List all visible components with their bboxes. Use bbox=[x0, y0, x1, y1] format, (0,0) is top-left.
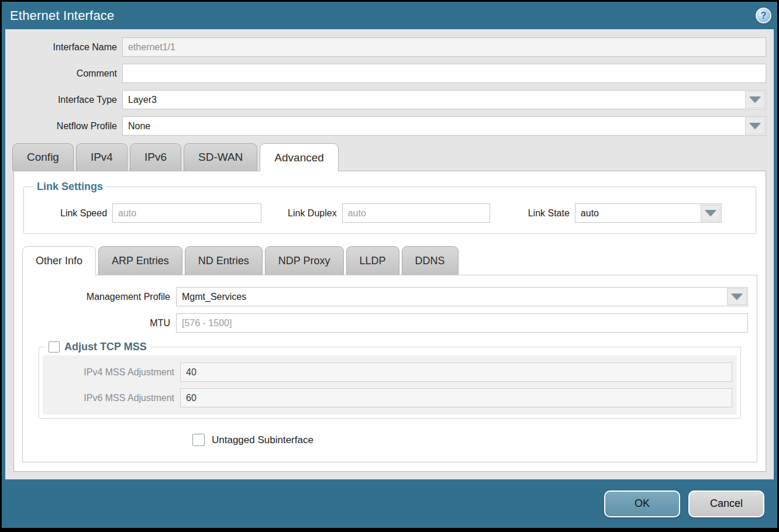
dialog-body: Interface Name Comment Interface Type bbox=[5, 29, 774, 479]
mtu-input[interactable] bbox=[176, 313, 748, 333]
chevron-down-icon bbox=[749, 96, 761, 103]
interface-type-label: Interface Type bbox=[5, 95, 122, 105]
tab-ipv4-label: IPv4 bbox=[91, 151, 113, 164]
subtab-arp-entries-label: ARP Entries bbox=[112, 255, 169, 267]
management-profile-dropdown[interactable] bbox=[176, 287, 748, 306]
untagged-subinterface-checkbox[interactable] bbox=[192, 434, 205, 446]
netflow-profile-row: Netflow Profile bbox=[5, 116, 766, 136]
main-tab-bar: Config IPv4 IPv6 SD-WAN Advanced bbox=[5, 143, 774, 171]
other-info-panel: Management Profile MTU bbox=[22, 275, 757, 462]
tab-advanced[interactable]: Advanced bbox=[260, 143, 339, 171]
comment-input[interactable] bbox=[122, 64, 766, 83]
ipv6-mss-field-wrap bbox=[180, 388, 732, 407]
tab-sdwan-label: SD-WAN bbox=[198, 151, 243, 164]
link-speed-group: Link Speed bbox=[60, 203, 261, 223]
interface-name-field-wrap bbox=[122, 37, 766, 57]
management-profile-row: Management Profile bbox=[23, 287, 748, 306]
untagged-subinterface-row: Untagged Subinterface bbox=[192, 434, 748, 446]
interface-name-label: Interface Name bbox=[5, 42, 122, 53]
link-settings-legend: Link Settings bbox=[33, 181, 106, 193]
mtu-row: MTU bbox=[23, 313, 748, 333]
subtab-ndp-proxy-label: NDP Proxy bbox=[278, 255, 330, 267]
tab-ipv6-label: IPv6 bbox=[144, 151, 167, 164]
link-state-value[interactable] bbox=[575, 203, 722, 223]
tab-config[interactable]: Config bbox=[12, 143, 74, 171]
interface-type-row: Interface Type bbox=[5, 90, 766, 109]
ipv4-mss-label: IPv4 MSS Adjustment bbox=[43, 367, 180, 378]
help-question-glyph: ? bbox=[761, 11, 767, 20]
adjust-tcp-mss-fieldset: Adjust TCP MSS IPv4 MSS Adjustment IPv6 … bbox=[39, 341, 741, 419]
netflow-profile-label: Netflow Profile bbox=[5, 121, 122, 132]
subtab-other-info[interactable]: Other Info bbox=[22, 246, 96, 275]
screenshot-frame: Ethernet Interface ? Interface Name Comm… bbox=[0, 0, 779, 532]
link-state-dropdown-button[interactable] bbox=[701, 205, 721, 222]
link-duplex-field-wrap bbox=[342, 203, 490, 223]
interface-name-input bbox=[122, 37, 766, 57]
subtab-other-info-label: Other Info bbox=[36, 255, 82, 267]
netflow-profile-dropdown[interactable] bbox=[122, 116, 766, 136]
subtab-ddns-label: DDNS bbox=[415, 255, 445, 267]
ipv4-mss-field-wrap bbox=[180, 362, 732, 382]
link-duplex-group: Link Duplex bbox=[288, 203, 490, 223]
ipv6-mss-input bbox=[180, 388, 732, 407]
adjust-tcp-mss-checkbox[interactable] bbox=[49, 341, 60, 353]
link-settings-fieldset: Link Settings Link Speed Link Duplex bbox=[23, 181, 756, 234]
mtu-label: MTU bbox=[23, 318, 176, 329]
ipv4-mss-input bbox=[180, 362, 732, 382]
management-profile-value[interactable] bbox=[176, 287, 748, 306]
cancel-button[interactable]: Cancel bbox=[688, 490, 764, 517]
link-speed-input[interactable] bbox=[112, 203, 261, 223]
management-profile-dropdown-button[interactable] bbox=[727, 288, 747, 305]
link-speed-label: Link Speed bbox=[60, 208, 112, 219]
comment-label: Comment bbox=[5, 68, 122, 79]
link-duplex-label: Link Duplex bbox=[288, 208, 342, 219]
interface-type-dropdown[interactable] bbox=[122, 90, 766, 109]
subtab-lldp[interactable]: LLDP bbox=[346, 246, 399, 275]
untagged-subinterface-label: Untagged Subinterface bbox=[212, 434, 313, 446]
interface-name-row: Interface Name bbox=[5, 37, 766, 57]
mtu-field-wrap bbox=[176, 313, 748, 333]
subtab-ndp-proxy[interactable]: NDP Proxy bbox=[265, 246, 344, 275]
netflow-profile-dropdown-button[interactable] bbox=[745, 118, 765, 134]
link-settings-row: Link Speed Link Duplex Lin bbox=[31, 203, 749, 223]
chevron-down-icon bbox=[749, 123, 761, 129]
chevron-down-icon bbox=[731, 293, 743, 300]
chevron-down-icon bbox=[705, 210, 716, 216]
tab-ipv6[interactable]: IPv6 bbox=[130, 143, 181, 171]
dialog-titlebar: Ethernet Interface ? bbox=[2, 2, 777, 29]
tab-advanced-label: Advanced bbox=[274, 151, 324, 164]
management-profile-label: Management Profile bbox=[23, 292, 176, 302]
netflow-profile-value[interactable] bbox=[122, 116, 766, 136]
tab-ipv4[interactable]: IPv4 bbox=[76, 143, 127, 171]
ipv4-mss-row: IPv4 MSS Adjustment bbox=[43, 362, 732, 382]
ethernet-interface-dialog: Ethernet Interface ? Interface Name Comm… bbox=[2, 2, 777, 528]
ipv6-mss-row: IPv6 MSS Adjustment bbox=[43, 388, 732, 407]
ipv6-mss-label: IPv6 MSS Adjustment bbox=[43, 393, 180, 403]
dialog-footer: OK Cancel bbox=[2, 479, 777, 528]
link-speed-field-wrap bbox=[112, 203, 261, 223]
tab-config-label: Config bbox=[27, 151, 59, 164]
ok-button[interactable]: OK bbox=[604, 490, 680, 517]
adjust-tcp-mss-legend: Adjust TCP MSS bbox=[45, 341, 150, 353]
mss-disabled-panel: IPv4 MSS Adjustment IPv6 MSS Adjustment bbox=[43, 355, 737, 414]
subtab-ddns[interactable]: DDNS bbox=[402, 246, 459, 275]
link-state-dropdown[interactable] bbox=[575, 203, 722, 223]
subtab-nd-entries[interactable]: ND Entries bbox=[185, 246, 263, 275]
tab-sdwan[interactable]: SD-WAN bbox=[184, 143, 257, 171]
comment-field-wrap bbox=[122, 64, 766, 83]
subtab-lldp-label: LLDP bbox=[360, 255, 386, 267]
subtab-nd-entries-label: ND Entries bbox=[198, 255, 249, 267]
link-state-group: Link State bbox=[528, 203, 722, 223]
advanced-tab-panel: Link Settings Link Speed Link Duplex bbox=[13, 171, 766, 472]
interface-type-dropdown-button[interactable] bbox=[745, 91, 765, 108]
adjust-tcp-mss-caption: Adjust TCP MSS bbox=[64, 341, 147, 353]
help-icon[interactable]: ? bbox=[756, 8, 771, 23]
link-state-label: Link State bbox=[528, 208, 575, 219]
interface-type-value[interactable] bbox=[122, 90, 766, 109]
sub-tab-bar: Other Info ARP Entries ND Entries NDP Pr… bbox=[22, 246, 757, 275]
dialog-title: Ethernet Interface bbox=[10, 8, 114, 23]
comment-row: Comment bbox=[5, 64, 766, 83]
link-duplex-input[interactable] bbox=[342, 203, 490, 223]
subtab-arp-entries[interactable]: ARP Entries bbox=[98, 246, 182, 275]
